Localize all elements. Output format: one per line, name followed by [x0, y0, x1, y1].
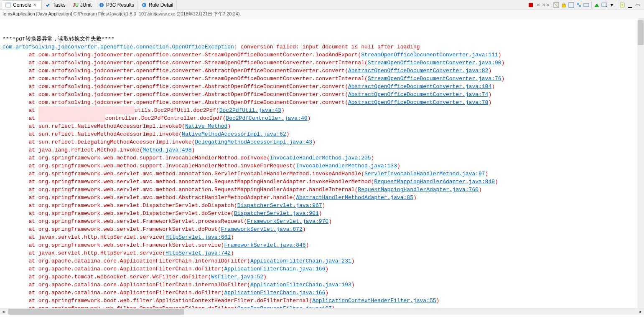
remove-launch-icon[interactable]: ✕ — [535, 2, 542, 8]
open-console-icon[interactable] — [593, 2, 600, 8]
console-line: at org.apache.tomcat.websocket.server.Ws… — [3, 273, 641, 281]
svg-line-8 — [555, 3, 558, 7]
console-line: at org.apache.catalina.core.ApplicationF… — [3, 289, 641, 297]
close-icon[interactable]: ✕ — [33, 3, 38, 8]
source-link[interactable]: Doc2PdfController.java:40 — [226, 115, 307, 121]
tab-p3c-results[interactable]: P3C Results — [95, 1, 138, 9]
console-line: at com.artofsolving.jodconverter.openoff… — [3, 67, 641, 75]
console-line: at org.springframework.web.servlet.mvc.m… — [3, 186, 641, 194]
source-link[interactable]: ApplicationFilterChain.java:193 — [250, 282, 351, 288]
tab-tasks[interactable]: Tasks — [42, 1, 69, 9]
source-link[interactable]: ApplicationFilterChain.java:231 — [250, 258, 351, 264]
svg-rect-9 — [562, 5, 565, 7]
source-link[interactable]: InvocableHandlerMethod.java:205 — [270, 155, 371, 161]
console-line: at org.springframework.web.servlet.Frame… — [3, 217, 641, 225]
console-line: at org.springframework.web.filter.OncePe… — [3, 305, 641, 308]
source-link[interactable]: ApplicationFilterChain.java:166 — [224, 266, 326, 272]
junit-icon: JU — [73, 2, 79, 8]
scroll-right-icon[interactable]: ► — [637, 308, 644, 315]
remove-all-icon[interactable]: ✕✕ — [542, 2, 549, 8]
source-link[interactable]: DispatcherServlet.java:901 — [234, 210, 319, 217]
source-link[interactable]: FrameworkServlet.java:846 — [224, 242, 306, 248]
source-link[interactable]: WsFilter.java:52 — [211, 274, 263, 280]
tab-label: Rule Detail — [149, 2, 173, 8]
maximize-icon[interactable]: ▭ — [634, 2, 641, 8]
source-link[interactable]: ApplicationFilterChain.java:166 — [224, 290, 326, 296]
console-line: at sun.reflect.DelegatingMethodAccessorI… — [3, 138, 641, 146]
console-icon — [5, 2, 11, 8]
tab-console[interactable]: Console ✕ — [2, 0, 42, 9]
vertical-scrollbar[interactable] — [637, 18, 644, 308]
source-link[interactable]: DispatcherServlet.java:967 — [237, 202, 322, 209]
source-link[interactable]: Doc2PdfUtil.java:43 — [219, 107, 281, 114]
minimize-icon[interactable]: ▁ — [626, 2, 633, 8]
source-link[interactable]: AbstractOpenOfficeDocumentConverter.java… — [348, 91, 488, 98]
horizontal-scroll-thumb[interactable] — [8, 309, 184, 315]
console-line: at org.springframework.web.servlet.Dispa… — [3, 209, 641, 217]
dropdown-arrow-icon[interactable]: ▾ — [608, 2, 615, 8]
console-line: at org.springframework.web.servlet.mvc.m… — [3, 178, 641, 186]
svg-rect-10 — [569, 3, 574, 8]
source-link[interactable]: RequestMappingHandlerAdapter.java:760 — [358, 187, 479, 193]
source-link[interactable]: InvocableHandlerMethod.java:133 — [296, 163, 397, 169]
console-line: at com.artofsolving.jodconverter.openoff… — [3, 91, 641, 98]
svg-rect-14 — [602, 3, 607, 7]
console-line: at org.apache.catalina.core.ApplicationF… — [3, 257, 641, 265]
console-line: at org.springframework.web.method.suppor… — [3, 162, 641, 170]
word-wrap-icon[interactable] — [568, 2, 575, 8]
console-dropdown-icon[interactable] — [601, 2, 608, 8]
tabs-container: Console ✕TasksJUJUnitP3C ResultsRule Det… — [2, 0, 527, 9]
scroll-left-icon[interactable]: ◄ — [0, 308, 7, 315]
scroll-lock-icon[interactable] — [560, 2, 567, 8]
launch-header: IemsApplication [Java Application] C:\Pr… — [0, 10, 644, 18]
tab-rule-detail[interactable]: Rule Detail — [138, 1, 177, 9]
console-line: com.artofsolving.jodconverter.openoffice… — [3, 43, 641, 51]
tab-junit[interactable]: JUJUnit — [69, 1, 95, 9]
terminate-icon[interactable] — [527, 2, 534, 8]
source-link[interactable]: StreamOpenOfficeDocumentConverter.java:1… — [361, 52, 498, 58]
source-link[interactable]: ServletInvocableHandlerMethod.java:97 — [364, 171, 485, 177]
svg-text:U: U — [75, 3, 79, 8]
source-link[interactable]: Native Method — [185, 123, 227, 129]
source-link[interactable]: NativeMethodAccessorImpl.java:62 — [182, 131, 286, 137]
source-link[interactable]: FrameworkServlet.java:970 — [247, 218, 328, 225]
svg-rect-11 — [577, 3, 579, 5]
svg-rect-13 — [584, 3, 589, 7]
console-line: ****pdf转换器异常，读取转换文件失败**** — [3, 35, 641, 43]
redacted-text: x — [38, 106, 135, 114]
new-console-icon[interactable]: + — [619, 2, 626, 8]
console-line: at org.springframework.web.servlet.mvc.m… — [3, 194, 641, 202]
source-link[interactable]: Method.java:498 — [143, 147, 191, 153]
redacted-text: x — [38, 114, 105, 122]
source-link[interactable]: StreamOpenOfficeDocumentConverter.java:7… — [368, 76, 501, 82]
console-line: at org.apache.catalina.core.ApplicationF… — [3, 281, 641, 289]
source-link[interactable]: RequestMappingHandlerAdapter.java:849 — [374, 179, 495, 185]
console-line: at org.springframework.web.method.suppor… — [3, 154, 641, 162]
display-selected-icon[interactable] — [583, 2, 590, 8]
console-line: at com.artofsolving.jodconverter.openoff… — [3, 75, 641, 83]
source-link[interactable]: AbstractOpenOfficeDocumentConverter.java… — [348, 83, 491, 90]
tab-label: Console — [13, 2, 31, 8]
source-link[interactable]: AbstractOpenOfficeDocumentConverter.java… — [348, 99, 488, 106]
vertical-scroll-thumb[interactable] — [638, 20, 644, 45]
tasks-icon — [45, 2, 51, 8]
console-line: at org.springframework.boot.web.filter.A… — [3, 297, 641, 305]
source-link[interactable]: ApplicationContextHeaderFilter.java:55 — [312, 298, 436, 304]
launch-title: IemsApplication [Java Application] — [3, 11, 72, 16]
source-link[interactable]: HttpServlet.java:742 — [165, 250, 231, 256]
svg-text:+: + — [621, 3, 623, 7]
source-link[interactable]: StreamOpenOfficeDocumentConverter.java:9… — [368, 60, 501, 66]
source-link[interactable]: DelegatingMethodAccessorImpl.java:43 — [195, 139, 312, 145]
console-line: at com.artofsolving.jodconverter.openoff… — [3, 51, 641, 59]
console-output[interactable]: ****pdf转换器异常，读取转换文件失败****com.artofsolvin… — [0, 18, 644, 308]
pin-console-icon[interactable] — [575, 2, 582, 8]
clear-console-icon[interactable] — [553, 2, 560, 8]
source-link[interactable]: AbstractHandlerMethodAdapter.java:85 — [296, 194, 413, 201]
exception-link[interactable]: com.artofsolving.jodconverter.openoffice… — [3, 44, 234, 50]
source-link[interactable]: HttpServlet.java:661 — [165, 234, 231, 240]
horizontal-scrollbar[interactable]: ◄ ► — [0, 308, 644, 315]
source-link[interactable]: AbstractOpenOfficeDocumentConverter.java… — [348, 68, 488, 74]
console-line: at sun.reflect.NativeMethodAccessorImpl.… — [3, 122, 641, 130]
console-line: at javax.servlet.http.HttpServlet.servic… — [3, 249, 641, 257]
source-link[interactable]: FrameworkServlet.java:872 — [221, 226, 303, 232]
